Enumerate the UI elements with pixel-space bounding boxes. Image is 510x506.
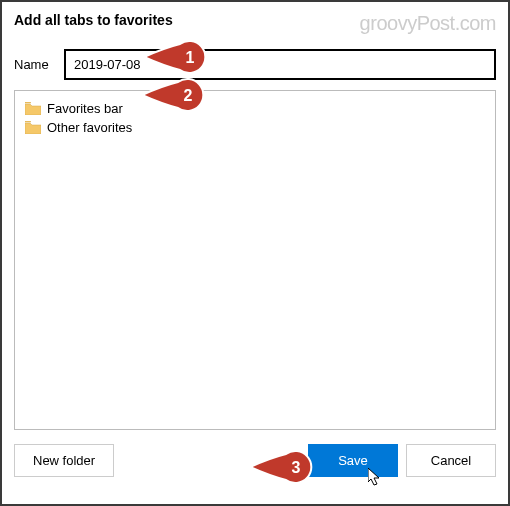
folder-icon	[25, 102, 41, 115]
folder-label: Favorites bar	[47, 101, 123, 116]
name-input[interactable]	[64, 49, 496, 80]
folder-label: Other favorites	[47, 120, 132, 135]
folder-item-favorites-bar[interactable]: Favorites bar	[21, 99, 489, 118]
dialog-footer: New folder Save Cancel	[14, 444, 496, 477]
new-folder-button[interactable]: New folder	[14, 444, 114, 477]
name-row: Name	[14, 49, 496, 80]
watermark-text: groovyPost.com	[360, 12, 496, 35]
cancel-button[interactable]: Cancel	[406, 444, 496, 477]
right-button-group: Save Cancel	[308, 444, 496, 477]
dialog-header: Add all tabs to favorites groovyPost.com	[14, 12, 496, 35]
dialog-title: Add all tabs to favorites	[14, 12, 173, 28]
dialog-window: Add all tabs to favorites groovyPost.com…	[0, 0, 510, 506]
folder-list[interactable]: Favorites bar Other favorites	[14, 90, 496, 430]
folder-icon	[25, 121, 41, 134]
save-button[interactable]: Save	[308, 444, 398, 477]
folder-item-other-favorites[interactable]: Other favorites	[21, 118, 489, 137]
name-label: Name	[14, 57, 54, 72]
